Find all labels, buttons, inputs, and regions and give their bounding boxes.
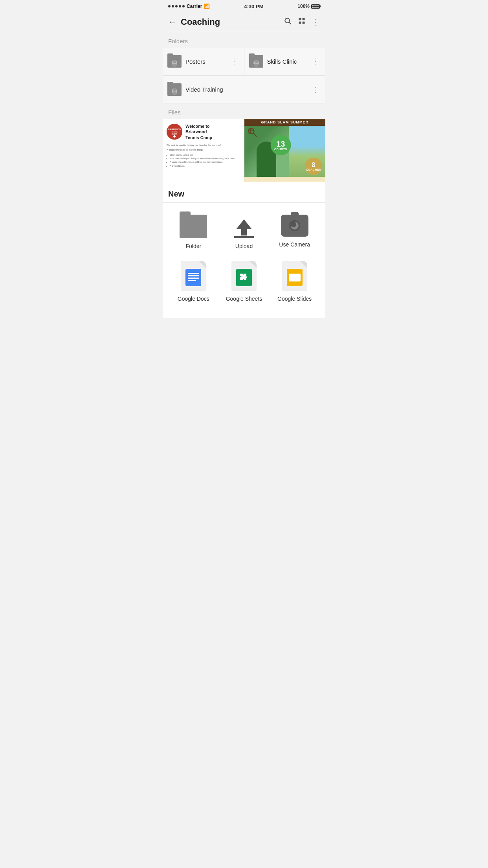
new-folder-icon: [180, 215, 207, 238]
slides-inner-icon: [287, 269, 303, 286]
svg-line-27: [253, 133, 257, 136]
new-camera-label: Use Camera: [279, 241, 310, 248]
new-camera-item[interactable]: Use Camera: [273, 215, 316, 249]
svg-line-1: [289, 22, 291, 24]
new-upload-icon: [230, 215, 258, 238]
new-folder-label: Folder: [185, 243, 201, 249]
new-google-docs-item[interactable]: Google Docs: [172, 261, 215, 302]
folder-item-skills-clinic[interactable]: Skills Clinic ⋮: [244, 48, 326, 75]
new-google-slides-item[interactable]: Google Slides: [273, 261, 316, 302]
svg-point-20: [172, 92, 177, 95]
battery-icon: [311, 4, 320, 9]
gs-coaches-label: COACHES: [306, 168, 321, 171]
new-google-sheets-label: Google Sheets: [226, 296, 262, 302]
gs-courts-number: 13: [276, 140, 285, 148]
toolbar: ← Coaching ⋮: [163, 12, 325, 32]
main-content: Folders Posters ⋮: [163, 32, 325, 318]
page-title: Coaching: [181, 17, 284, 27]
folder-menu-skills-clinic[interactable]: ⋮: [310, 55, 321, 67]
new-upload-label: Upload: [235, 243, 253, 249]
briarwood-header: BRIARWOOD TENNIS CAMP ♣ Welcome toBriarw…: [167, 123, 240, 140]
gs-courts-label: COURTS: [274, 148, 287, 151]
google-slides-icon: [282, 261, 307, 291]
back-button[interactable]: ←: [168, 17, 177, 27]
toolbar-icons: ⋮: [284, 17, 320, 27]
new-google-slides-label: Google Slides: [277, 296, 312, 302]
folder-icon-skills-clinic: [249, 55, 263, 68]
status-right: 100%: [297, 4, 320, 9]
svg-rect-5: [303, 22, 305, 24]
new-google-docs-label: Google Docs: [178, 296, 209, 302]
gs-coaches-circle: 8 COACHES: [305, 158, 322, 175]
svg-text:BRIARWOOD: BRIARWOOD: [168, 128, 181, 131]
file-preview-grand-slam[interactable]: GRAND SLAM SUMMER: [244, 119, 326, 182]
signal-dots: [168, 5, 185, 7]
slides-rect: [289, 274, 301, 281]
svg-rect-3: [303, 18, 305, 20]
svg-text:TENNIS: TENNIS: [171, 131, 178, 133]
files-section: Files BRIARWOOD TENNIS CAMP ♣ Welcome to…: [163, 103, 325, 182]
folder-name-video-training: Video Training: [185, 86, 310, 93]
svg-rect-2: [299, 18, 301, 20]
camera-lens: [289, 220, 300, 231]
google-docs-icon: [181, 261, 206, 291]
svg-rect-12: [249, 55, 255, 58]
wifi-icon: 📶: [204, 4, 210, 9]
sheets-inner-icon: [236, 269, 252, 286]
svg-point-10: [172, 64, 177, 67]
folder-item-posters[interactable]: Posters ⋮: [163, 48, 244, 75]
svg-point-14: [255, 60, 258, 63]
carrier-label: Carrier: [187, 4, 202, 9]
gs-courts-circle: 13 COURTS: [270, 135, 291, 155]
new-items-row1: Folder Upload Use Camera: [168, 203, 320, 257]
grand-slam-image-area: 13 COURTS 8 COACHES: [244, 126, 326, 177]
new-section: New Folder Upload: [163, 182, 325, 318]
svg-rect-4: [299, 22, 301, 24]
folder-item-video-training[interactable]: Video Training ⋮: [163, 76, 325, 103]
docs-inner-icon: [185, 269, 201, 286]
briarwood-doc-body: We look forward to having you here for t…: [167, 143, 240, 167]
file-preview-briarwood[interactable]: BRIARWOOD TENNIS CAMP ♣ Welcome toBriarw…: [163, 119, 244, 182]
folder-name-skills-clinic: Skills Clinic: [267, 58, 311, 65]
search-icon[interactable]: [284, 17, 292, 27]
svg-rect-30: [240, 274, 243, 276]
folders-section-label: Folders: [163, 32, 325, 48]
folder-icon-posters: [167, 55, 182, 68]
status-time: 4:30 PM: [244, 4, 263, 9]
svg-point-15: [254, 64, 259, 67]
folder-menu-video-training[interactable]: ⋮: [310, 84, 321, 96]
briarwood-doc-title: Welcome toBriarwoodTennis Camp: [185, 123, 212, 140]
svg-rect-17: [167, 83, 173, 86]
svg-rect-35: [241, 276, 247, 278]
folder-grid: Posters ⋮ Skills Clinic ⋮: [163, 48, 325, 75]
new-section-label: New: [168, 189, 320, 199]
more-options-icon[interactable]: ⋮: [312, 17, 320, 27]
svg-text:♣: ♣: [173, 134, 176, 138]
new-items-row2: Google Docs: [168, 257, 320, 314]
new-google-sheets-item[interactable]: Google Sheets: [223, 261, 266, 302]
briarwood-logo: BRIARWOOD TENNIS CAMP ♣: [167, 124, 182, 140]
battery-percent: 100%: [297, 4, 310, 9]
gs-coaches-number: 8: [312, 162, 316, 168]
grid-view-icon[interactable]: [298, 17, 306, 27]
file-grid: BRIARWOOD TENNIS CAMP ♣ Welcome toBriarw…: [163, 119, 325, 182]
svg-point-19: [173, 88, 176, 92]
new-camera-icon: [281, 215, 308, 237]
folder-icon-video-training: [167, 83, 182, 96]
docs-lines: [188, 273, 199, 282]
new-upload-item[interactable]: Upload: [223, 215, 266, 249]
grand-slam-top-bar: GRAND SLAM SUMMER: [244, 119, 326, 126]
google-sheets-icon: [231, 261, 257, 291]
files-section-label: Files: [163, 103, 325, 119]
new-folder-item[interactable]: Folder: [172, 215, 215, 249]
svg-rect-7: [167, 55, 173, 58]
status-bar: Carrier 📶 4:30 PM 100%: [163, 0, 325, 12]
folder-name-posters: Posters: [185, 58, 229, 65]
svg-point-9: [173, 60, 176, 63]
status-left: Carrier 📶: [168, 4, 210, 9]
sheets-grid-svg: [238, 272, 250, 283]
folder-menu-posters[interactable]: ⋮: [229, 55, 239, 67]
